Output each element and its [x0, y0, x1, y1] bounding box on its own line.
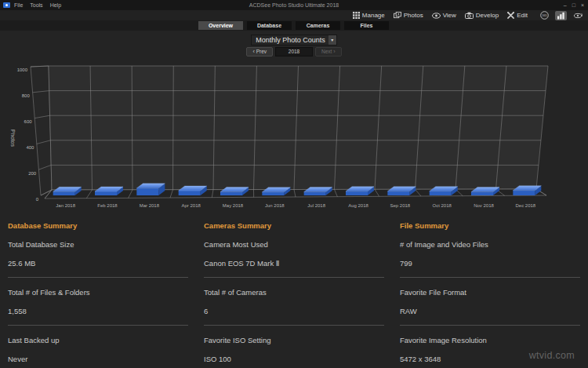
summary-label: Camera Most Used: [204, 240, 384, 249]
x-axis-month-label: Aug 2018: [348, 203, 368, 208]
cameras-summary-column: Cameras Summary Camera Most Used Canon E…: [196, 213, 392, 368]
summary-label: # of Image and Video Files: [400, 240, 580, 249]
app-logo-icon: [3, 2, 10, 8]
x-axis-month-label: Feb 2018: [97, 203, 118, 208]
prev-year-button[interactable]: ‹ Prev: [246, 47, 273, 56]
summary-value: 6: [204, 307, 384, 315]
menu-tools[interactable]: Tools: [30, 2, 42, 8]
chart-back-wall: [49, 66, 548, 190]
year-field[interactable]: 2018: [275, 47, 313, 56]
manage-mode-label: Manage: [362, 12, 385, 19]
edit-mode-button[interactable]: Edit: [507, 12, 528, 19]
menu-file[interactable]: File: [14, 2, 23, 8]
x-axis-month-label: Jun 2018: [265, 203, 285, 208]
y-axis-tick-label: 800: [22, 93, 31, 98]
close-button[interactable]: ×: [581, 0, 584, 10]
bar-chart-icon: [557, 12, 565, 20]
menu-help[interactable]: Help: [50, 2, 61, 8]
photos-mode-button[interactable]: Photos: [394, 12, 423, 19]
divider: [400, 325, 580, 326]
develop-mode-button[interactable]: Develop: [465, 12, 499, 19]
chevron-left-icon: ‹: [252, 49, 254, 54]
summary-value: Never: [8, 355, 188, 363]
watermark: wtvid.com: [529, 350, 575, 361]
app-window: File Tools Help ACDSee Photo Studio Ulti…: [0, 0, 588, 368]
monthly-photo-counts-chart: 02004006008001000PhotosJan 2018Feb 2018M…: [0, 60, 588, 213]
next-year-button[interactable]: Next ›: [315, 47, 342, 56]
minimize-button[interactable]: –: [564, 0, 567, 10]
edit-tools-icon: [507, 12, 514, 19]
chevron-down-icon[interactable]: ▾: [328, 35, 336, 45]
chart-side-wall: [31, 66, 52, 195]
y-axis-tick-label: 600: [24, 119, 33, 124]
svg-text:365: 365: [542, 13, 547, 17]
x-axis-month-label: Jul 2018: [307, 203, 325, 208]
eye-icon: [432, 13, 441, 19]
chart-type-dropdown[interactable]: Monthly Photo Counts ▾: [251, 35, 337, 46]
bar-mar-2018: [136, 184, 165, 195]
divider: [204, 325, 384, 326]
develop-mode-label: Develop: [476, 12, 499, 19]
cameras-summary-title: Cameras Summary: [204, 221, 384, 230]
y-axis-tick-label: 1000: [17, 67, 28, 72]
tab-cameras[interactable]: Cameras: [296, 21, 340, 30]
tab-files[interactable]: Files: [344, 21, 389, 30]
chart-controls: Monthly Photo Counts ▾ ‹ Prev 2018 Next …: [0, 31, 588, 56]
summary-value: RAW: [400, 307, 580, 315]
view-mode-label: View: [443, 12, 456, 19]
x-axis-month-label: May 2018: [223, 203, 244, 208]
tab-database[interactable]: Database: [247, 21, 292, 30]
dashboard-button[interactable]: [555, 11, 567, 20]
camera-icon: [465, 12, 474, 19]
chevron-right-icon: ›: [333, 49, 335, 54]
summary-value: 799: [400, 259, 580, 268]
x-axis-month-label: Jan 2018: [56, 203, 75, 208]
summary-section: Database Summary Total Database Size 25.…: [0, 213, 588, 368]
summary-label: Total # of Cameras: [204, 288, 384, 297]
summary-label: Favorite File Format: [400, 288, 580, 297]
divider: [400, 277, 580, 278]
y-axis-tick-label: 200: [28, 171, 37, 176]
summary-value: ISO 100: [204, 355, 384, 363]
y-axis-title: Photos: [10, 129, 16, 147]
edit-mode-label: Edit: [517, 12, 528, 19]
divider: [8, 277, 188, 278]
file-summary-title: File Summary: [400, 221, 580, 230]
database-summary-column: Database Summary Total Database Size 25.…: [0, 213, 196, 368]
file-summary-column: File Summary # of Image and Video Files …: [392, 213, 588, 368]
photos-mode-label: Photos: [404, 12, 423, 19]
x-axis-month-label: Oct 2018: [432, 203, 452, 208]
prev-label: Prev: [256, 49, 267, 54]
seedrive-eye-icon: [573, 12, 583, 20]
database-summary-title: Database Summary: [8, 221, 188, 230]
seedrive-button[interactable]: [572, 11, 584, 20]
summary-value: 1,558: [8, 307, 188, 315]
restore-button[interactable]: □: [572, 0, 575, 10]
summary-label: Total # of Files & Folders: [8, 288, 188, 297]
summary-label: Last Backed up: [8, 336, 188, 344]
view-mode-button[interactable]: View: [432, 12, 456, 19]
dashboard-tab-bar: Overview Database Cameras Files: [0, 20, 588, 31]
manage-mode-button[interactable]: Manage: [353, 12, 385, 19]
y-axis-tick-label: 400: [26, 145, 34, 150]
divider: [204, 277, 384, 278]
divider: [8, 325, 188, 326]
acdsee-365-icon: 365: [540, 11, 549, 20]
window-title: ACDSee Photo Studio Ultimate 2018: [0, 2, 588, 8]
mode-toolbar: Manage Photos View Develop: [0, 10, 588, 20]
summary-label: Total Database Size: [8, 240, 188, 249]
summary-label: Favorite ISO Setting: [204, 336, 384, 344]
x-axis-month-label: Mar 2018: [140, 203, 160, 208]
y-axis-tick-label: 0: [36, 197, 39, 202]
tab-overview[interactable]: Overview: [198, 21, 243, 30]
chart-type-value: Monthly Photo Counts: [252, 35, 328, 45]
summary-value: 25.6 MB: [8, 259, 188, 268]
title-bar: File Tools Help ACDSee Photo Studio Ulti…: [0, 0, 588, 10]
summary-label: Favorite Image Resolution: [400, 336, 580, 344]
summary-value: Canon EOS 7D Mark Ⅱ: [204, 259, 384, 268]
grid-icon: [353, 12, 360, 19]
acdsee-365-button[interactable]: 365: [539, 10, 550, 20]
next-label: Next: [321, 49, 332, 54]
x-axis-month-label: Nov 2018: [474, 203, 494, 208]
x-axis-month-label: Dec 2018: [515, 203, 535, 208]
